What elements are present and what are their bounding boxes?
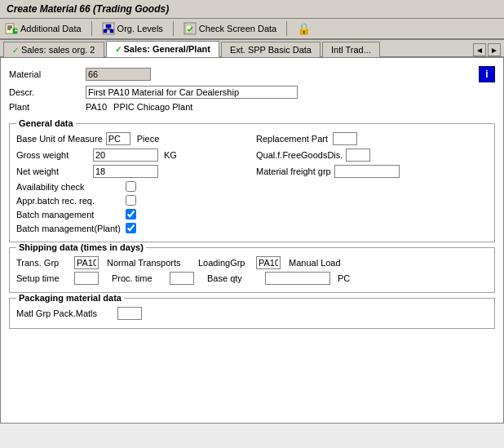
separator-2 [173,21,174,36]
tab-intl-trad-label: Intl Trad... [331,45,371,55]
gross-weight-row: Gross weight KG [16,149,248,162]
net-weight-input[interactable] [93,165,158,178]
tab-sales-general-label: Sales: General/Plant [124,44,210,54]
org-levels-label: Org. Levels [117,24,163,33]
net-weight-label: Net weight [16,166,90,176]
batch-mgmt-row: Batch management [16,209,248,220]
appr-batch-label: Appr.batch rec. req. [16,196,122,206]
tab-sales-general[interactable]: ✓ Sales: General/Plant [106,41,219,57]
material-freight-input[interactable] [334,165,400,178]
tab-ext-spp-label: Ext. SPP Basic Data [230,45,312,55]
base-uom-label: Base Unit of Measure [16,134,103,144]
gross-weight-label: Gross weight [16,150,90,160]
tab-sales-org[interactable]: ✓ Sales: sales org. 2 [3,42,104,57]
proc-time-label: Proc. time [112,273,165,283]
check-screen-icon [183,22,197,35]
availability-label: Availability check [16,182,122,192]
appr-batch-row: Appr.batch rec. req. [16,195,248,206]
org-levels-button[interactable]: Org. Levels [102,22,163,35]
batch-mgmt-plant-checkbox[interactable] [126,223,136,233]
svg-rect-9 [110,29,113,33]
lock-button[interactable]: 🔒 [297,22,311,35]
appr-batch-checkbox[interactable] [126,195,136,206]
replacement-part-row: Replacement Part [256,132,488,145]
setup-time-input[interactable] [74,272,99,285]
replacement-part-input[interactable] [333,132,357,145]
check-screen-data-label: Check Screen Data [199,24,276,33]
tab-check-icon: ✓ [12,46,19,55]
plant-label: Plant [9,102,82,112]
descr-input[interactable] [86,86,298,99]
plant-code: PA10 [86,102,107,112]
base-uom-row: Base Unit of Measure Piece [16,132,248,145]
additional-data-icon: + [5,22,18,35]
batch-mgmt-label: Batch management [16,210,122,220]
trans-grp-input[interactable] [74,256,99,269]
separator-3 [286,21,287,36]
header-fields: Material i Descr. Plant PA10 PPIC Chicag… [9,63,495,118]
net-weight-row: Net weight [16,165,248,178]
svg-rect-0 [6,24,14,33]
batch-mgmt-checkbox[interactable] [126,209,136,220]
shipping-data-section: Shipping data (times in days) Trans. Grp… [9,247,495,293]
proc-time-input[interactable] [170,272,194,285]
lock-icon: 🔒 [297,22,311,35]
base-qty-label: Base qty [207,273,260,283]
trans-grp-row: Trans. Grp Normal Transports LoadingGrp … [16,256,488,269]
org-levels-icon [102,22,115,35]
tab-nav-next-button[interactable]: ► [488,43,501,56]
loading-grp-input[interactable] [256,256,281,269]
tab-intl-trad[interactable]: Intl Trad... [322,42,380,57]
descr-label: Descr. [9,87,82,97]
setup-time-label: Setup time [16,273,69,283]
matl-grp-row: Matl Grp Pack.Matls [16,307,488,320]
base-qty-input[interactable] [265,272,330,285]
svg-text:+: + [15,28,18,33]
packaging-data-title: Packaging material data [16,293,124,303]
toolbar: + Additional Data Org. Levels [0,19,504,40]
window-title: Create Material 66 (Trading Goods) [7,3,169,15]
material-label: Material [9,69,82,79]
separator-1 [91,21,92,36]
material-row: Material i [9,66,495,82]
material-freight-row: Material freight grp [256,165,488,178]
shipping-data-title: Shipping data (times in days) [16,242,146,252]
additional-data-label: Additional Data [20,24,82,33]
gross-weight-input[interactable] [93,149,158,162]
tab-active-check-icon: ✓ [115,45,122,54]
tab-ext-spp[interactable]: Ext. SPP Basic Data [221,42,321,57]
matl-grp-label: Matl Grp Pack.Matls [16,308,114,318]
gross-weight-unit: KG [164,150,177,160]
trans-grp-label: Trans. Grp [16,258,69,268]
tab-sales-org-label: Sales: sales org. 2 [21,45,95,55]
tab-navigation: ◄ ► [473,43,501,56]
material-input[interactable] [86,68,151,81]
setup-time-row: Setup time Proc. time Base qty PC [16,272,488,285]
additional-data-button[interactable]: + Additional Data [5,22,82,35]
qual-input[interactable] [346,149,370,162]
matl-grp-input[interactable] [117,307,142,320]
general-data-columns: Base Unit of Measure Piece Gross weight … [16,132,488,237]
svg-rect-7 [106,24,111,28]
descr-row: Descr. [9,86,495,99]
info-icon[interactable]: i [479,66,495,82]
general-data-title: General data [16,118,76,128]
base-uom-input[interactable] [106,132,130,145]
general-data-right: Replacement Part Qual.f.FreeGoodsDis. Ma… [248,132,488,237]
check-screen-data-button[interactable]: Check Screen Data [183,22,276,35]
availability-checkbox[interactable] [126,181,136,192]
trans-grp-text: Normal Transports [107,258,188,268]
tab-nav-prev-button[interactable]: ◄ [473,43,486,56]
content-area: Material i Descr. Plant PA10 PPIC Chicag… [0,57,504,424]
plant-row: Plant PA10 PPIC Chicago Plant [9,102,495,112]
loading-grp-label: LoadingGrp [198,258,251,268]
base-uom-text: Piece [137,134,160,144]
batch-mgmt-plant-row: Batch management(Plant) [16,223,248,233]
base-qty-unit: PC [338,273,350,283]
material-freight-label: Material freight grp [256,166,331,176]
qual-label: Qual.f.FreeGoodsDis. [256,150,343,160]
title-bar: Create Material 66 (Trading Goods) [0,0,504,19]
tab-bar: ✓ Sales: sales org. 2 ✓ Sales: General/P… [0,40,504,57]
replacement-part-label: Replacement Part [256,134,329,144]
general-data-section: General data Base Unit of Measure Piece … [9,123,495,242]
